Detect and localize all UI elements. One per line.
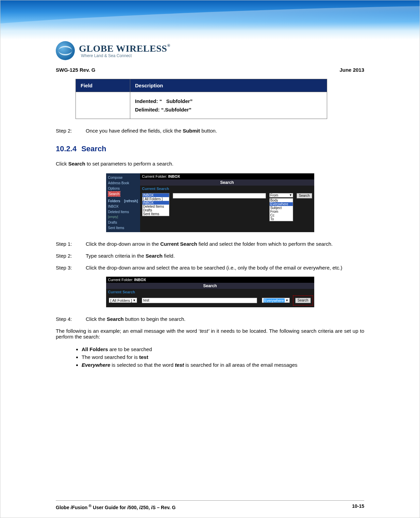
th-description: Description <box>130 79 327 92</box>
globe-icon <box>56 41 75 60</box>
current-search-label: Current Search <box>140 186 314 192</box>
step-body: Click the drop-down arrow and select the… <box>86 265 364 271</box>
dd-from[interactable]: From <box>270 210 293 213</box>
screenshot-search-example: Current Folder: INBOX Search Current Sea… <box>106 277 314 307</box>
step-label: Step 2: <box>56 253 80 259</box>
t: Type search criteria in the <box>86 253 146 259</box>
step-text-after: button. <box>200 128 217 134</box>
footer-left: Globe iFusion ® User Guide for i500, i25… <box>56 503 175 510</box>
ex-t1: The following is an example; an email me… <box>56 328 200 334</box>
t2: field and select the folder from which t… <box>197 241 333 247</box>
doc-rev: SWG-125 Rev. G <box>56 67 95 73</box>
dd-selected: From <box>270 193 278 197</box>
doc-header: SWG-125 Rev. G June 2013 <box>56 67 364 73</box>
listbox-deleted[interactable]: Deleted Items <box>142 205 169 208</box>
page-footer: Globe iFusion ® User Guide for i500, i25… <box>56 500 364 510</box>
sidebar-deleted[interactable]: Deleted Items <box>108 209 138 214</box>
current-folder-bar: Current Folder: INBOX <box>106 277 314 283</box>
search-button[interactable]: Search <box>295 298 311 303</box>
step-text: Once you have defined the fields, click … <box>86 128 183 134</box>
sidebar: Compose Address Book Options Search Fold… <box>106 173 140 232</box>
folder-listbox[interactable]: INBOX [ All Folders ] INBOX Deleted Item… <box>142 193 169 216</box>
ex-italic: test’ <box>200 328 209 334</box>
sidebar-options[interactable]: Options <box>108 186 138 191</box>
step-body: Type search criteria in the Search field… <box>86 253 364 259</box>
b: Current Search <box>160 241 197 247</box>
b3-t1: is selected so that the word <box>110 362 175 368</box>
cell-description: Indented: “ Subfolder” Delimited: “.Subf… <box>130 92 327 119</box>
step-4: Step 4: Click the Search button to begin… <box>56 316 364 322</box>
scope-dropdown[interactable]: From▼ Body Everywhere Subject From Cc To <box>269 193 293 197</box>
fl3: User Guide for <box>91 505 127 510</box>
search-text-input[interactable] <box>173 193 266 198</box>
sidebar-drafts[interactable]: Drafts <box>108 220 138 225</box>
chevron-down-icon: ▾ <box>133 298 135 303</box>
criteria-list: All Folders are to be searched The word … <box>75 346 364 368</box>
screenshot-search-panel: Compose Address Book Options Search Fold… <box>106 173 314 232</box>
main-panel: Current Folder: INBOX Search Current Sea… <box>140 173 314 232</box>
refresh-link[interactable]: [refresh] <box>124 198 138 204</box>
dd-to[interactable]: To <box>270 217 293 221</box>
dd-cc[interactable]: Cc <box>270 213 293 217</box>
cf-value: INBOX <box>134 278 146 282</box>
listbox-all-folders[interactable]: [ All Folders ] <box>142 197 169 201</box>
dd-body[interactable]: Body <box>270 198 293 202</box>
sidebar-folders-header: Folders [refresh] <box>108 198 138 204</box>
cf-label: Current Folder: <box>108 278 134 282</box>
search-title: Search <box>140 179 314 186</box>
b2-before: The word searched for is <box>82 354 139 360</box>
step-body: Click the drop-down arrow in the Current… <box>86 241 364 247</box>
cf-value: INBOX <box>168 174 180 178</box>
b1-rest: are to be searched <box>108 346 152 352</box>
b: Search <box>107 316 124 322</box>
step-bold: Submit <box>183 128 200 134</box>
fl2: Fusion <box>72 505 87 510</box>
t: Click the <box>86 316 107 322</box>
brand-name: GLOBE WIRELESS <box>79 43 167 54</box>
section-title: Search <box>81 144 106 153</box>
brand-tagline: Where Land & Sea Connect <box>81 53 170 58</box>
sidebar-compose[interactable]: Compose <box>108 175 138 180</box>
chevron-down-icon: ▾ <box>286 298 288 303</box>
fl5: 250, <box>140 505 151 510</box>
sidebar-empty[interactable]: [empty] <box>108 215 138 220</box>
listbox-sent[interactable]: Sent Items <box>142 212 169 216</box>
b1-bold: All Folders <box>82 346 108 352</box>
search-text-input[interactable]: test <box>142 298 257 303</box>
folder-dropdown[interactable]: [ All Folders ]▾ <box>109 298 137 303</box>
list-item: All Folders are to be searched <box>82 346 364 352</box>
doc-date: June 2013 <box>339 67 364 73</box>
step-label: Step 1: <box>56 241 80 247</box>
page: GLOBE WIRELESS® Where Land & Sea Connect… <box>0 0 420 518</box>
b3-bi2: test <box>175 362 184 368</box>
b3-t2: is searched for in all areas of the emai… <box>184 362 298 368</box>
fl4: 500, <box>129 505 139 510</box>
step-label: Step 2: <box>56 128 80 134</box>
logo: GLOBE WIRELESS® Where Land & Sea Connect <box>56 41 420 60</box>
step-label: Step 4: <box>56 316 80 322</box>
table-row: Indented: “ Subfolder” Delimited: “.Subf… <box>76 92 327 119</box>
scope-selected: Everywhere <box>264 298 285 303</box>
listbox-drafts[interactable]: Drafts <box>142 208 169 212</box>
folder-selected: [ All Folders ] <box>111 298 132 303</box>
b: Search <box>146 253 163 259</box>
section-number: 10.2.4 <box>56 144 77 153</box>
listbox-selected[interactable]: INBOX <box>142 193 169 197</box>
sidebar-inbox[interactable]: INBOX <box>108 204 138 209</box>
sidebar-search[interactable]: Search <box>108 191 120 196</box>
logo-text: GLOBE WIRELESS® Where Land & Sea Connect <box>79 43 170 58</box>
indented-value: Subfolder” <box>166 98 193 104</box>
sidebar-sent[interactable]: Sent Items <box>108 225 138 230</box>
sidebar-address-book[interactable]: Address Book <box>108 180 138 186</box>
list-item: Everywhere is selected so that the word … <box>82 362 364 368</box>
dd-subject[interactable]: Subject <box>270 206 293 210</box>
section-heading: 10.2.4Search <box>56 144 364 153</box>
search-button[interactable]: Search <box>297 193 312 198</box>
cell-field <box>76 92 130 119</box>
listbox-inbox[interactable]: INBOX <box>142 201 169 205</box>
b2-bold: test <box>139 354 148 360</box>
dd-options: Body Everywhere Subject From Cc To <box>269 198 293 221</box>
chevron-down-icon: ▼ <box>289 193 292 197</box>
scope-dropdown[interactable]: Everywhere▾ <box>262 298 290 303</box>
dd-everywhere[interactable]: Everywhere <box>270 202 293 206</box>
